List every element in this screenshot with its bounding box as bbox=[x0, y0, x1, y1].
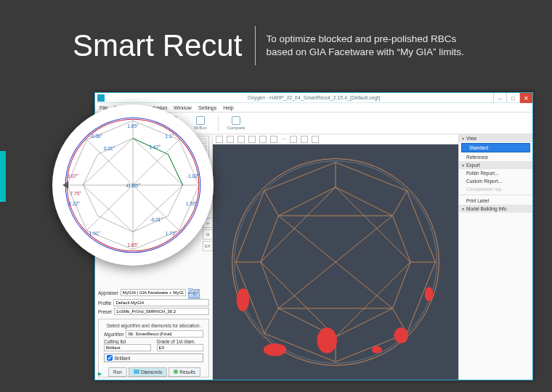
view-group-header[interactable]: View bbox=[459, 134, 532, 142]
diamond-checkbox-label: Brilliant bbox=[115, 356, 130, 361]
profile-field[interactable] bbox=[113, 299, 209, 306]
facet-diagram-overlay: -0.05° 1.65° 1.1° -1.02° 1.55° 1.73° 1.6… bbox=[52, 105, 214, 266]
ctool-6[interactable] bbox=[290, 136, 297, 143]
svg-text:1.65°: 1.65° bbox=[127, 242, 139, 248]
ctool-3[interactable] bbox=[248, 136, 256, 143]
diagram-center-value: -0.05° bbox=[125, 182, 141, 189]
ctool-8[interactable] bbox=[312, 136, 319, 143]
view-item-standard[interactable]: Standard bbox=[461, 143, 530, 152]
svg-text:-0.06°: -0.06° bbox=[90, 134, 103, 139]
export-polish[interactable]: Polish Report... bbox=[459, 169, 532, 177]
svg-text:1.55°: 1.55° bbox=[186, 201, 198, 206]
diamond-checkbox[interactable] bbox=[107, 355, 113, 361]
hero-subtitle: To optimize blocked and pre-polished RBC… bbox=[256, 33, 463, 59]
hero-subtitle-line1: To optimize blocked and pre-polished RBC… bbox=[266, 33, 463, 46]
toolbar-compare[interactable]: Compare bbox=[226, 114, 246, 133]
export-comparative: Comparative rep... bbox=[459, 185, 532, 193]
svg-point-4 bbox=[317, 327, 336, 353]
grade-field[interactable] bbox=[157, 344, 204, 351]
appraiser-row: Appraiser Show Editor bbox=[95, 287, 212, 298]
accent-bar bbox=[0, 151, 6, 202]
model-building-header[interactable]: Model Building Info bbox=[459, 205, 532, 213]
run-icon: ▶ bbox=[98, 371, 107, 377]
ctool-0[interactable] bbox=[216, 136, 223, 143]
tab-run[interactable]: Run bbox=[108, 367, 127, 377]
svg-point-7 bbox=[394, 327, 409, 343]
ctool-7[interactable] bbox=[301, 136, 308, 143]
svg-point-6 bbox=[237, 288, 250, 311]
titlebar: Oxygen - HARP_22_64_SmartRecut_2.15.4_[D… bbox=[95, 93, 532, 103]
app-logo-icon bbox=[97, 94, 105, 102]
algorithm-field[interactable] bbox=[126, 330, 203, 338]
algorithm-label: Algorithm bbox=[104, 332, 123, 337]
ctool-5[interactable] bbox=[270, 136, 277, 143]
print-label[interactable]: Print Label bbox=[459, 197, 532, 205]
show-editor-link[interactable]: Show Editor bbox=[188, 287, 209, 298]
cutting-label: Cutting list bbox=[104, 339, 151, 344]
svg-text:0.01°: 0.01° bbox=[104, 146, 115, 151]
appraiser-field[interactable] bbox=[121, 289, 186, 296]
svg-text:2.22°: 2.22° bbox=[69, 201, 81, 206]
svg-point-8 bbox=[425, 287, 434, 301]
menu-help[interactable]: Help bbox=[223, 105, 233, 110]
compare-icon bbox=[232, 116, 240, 125]
hero: Smart Recut To optimize blocked and pre-… bbox=[73, 26, 537, 65]
export-custom[interactable]: Custom Report... bbox=[459, 177, 532, 185]
profile-label: Profile bbox=[98, 301, 111, 306]
svg-text:1.65°: 1.65° bbox=[127, 123, 139, 128]
export-group-header[interactable]: Export bbox=[459, 161, 532, 169]
window-buttons: – □ ✕ bbox=[493, 93, 532, 103]
ctool-2[interactable] bbox=[238, 136, 245, 143]
ctool-1[interactable] bbox=[227, 136, 234, 143]
allocation-header: Select algorithm and diamonds for alloca… bbox=[101, 322, 206, 330]
ctool-4[interactable] bbox=[259, 136, 267, 143]
grade-label: Grade of 1st diam. bbox=[157, 339, 204, 344]
canvas-toolbar: ⋯ bbox=[213, 134, 458, 144]
diamond-checkbox-row[interactable]: Brilliant bbox=[104, 354, 203, 362]
preset-label: Preset bbox=[98, 309, 112, 314]
wireframe-view bbox=[213, 144, 458, 380]
hero-subtitle-line2: based on GIA Facetware with “My GIA” lim… bbox=[266, 46, 463, 59]
appraiser-label: Appraiser bbox=[98, 290, 118, 295]
maximize-button[interactable]: □ bbox=[506, 93, 519, 103]
view-item-reference[interactable]: Reference bbox=[459, 153, 532, 161]
window-title: Oxygen - HARP_22_64_SmartRecut_2.15.4_[D… bbox=[248, 95, 381, 100]
cutting-field[interactable] bbox=[104, 344, 151, 351]
toolbar-sep2 bbox=[218, 115, 219, 131]
svg-text:7.75°: 7.75° bbox=[70, 191, 82, 196]
svg-text:1.73°: 1.73° bbox=[166, 231, 177, 236]
hero-title: Smart Recut bbox=[73, 28, 255, 63]
tab-diamonds[interactable]: Diamonds bbox=[129, 367, 167, 377]
svg-text:-0.01°: -0.01° bbox=[150, 217, 163, 222]
svg-text:3.07°: 3.07° bbox=[68, 173, 79, 179]
bottom-tabs: ▶ Run Diamonds Results bbox=[95, 367, 212, 377]
close-button[interactable]: ✕ bbox=[519, 93, 532, 103]
minimize-button[interactable]: – bbox=[493, 93, 506, 103]
right-pane: View Standard Reference Export Polish Re… bbox=[458, 134, 532, 380]
svg-point-5 bbox=[264, 343, 286, 356]
canvas-area[interactable]: ⋯ bbox=[213, 134, 458, 380]
diamond-icon bbox=[134, 369, 139, 374]
results-icon bbox=[174, 369, 178, 374]
svg-text:1.1°: 1.1° bbox=[166, 134, 174, 139]
profile-row: Profile bbox=[95, 298, 212, 307]
svg-point-9 bbox=[372, 346, 382, 354]
svg-text:1.91°: 1.91° bbox=[89, 231, 101, 236]
preset-row: Preset bbox=[95, 307, 212, 316]
tab-results[interactable]: Results bbox=[169, 367, 200, 377]
preset-field[interactable] bbox=[114, 308, 209, 315]
svg-text:1.47°: 1.47° bbox=[150, 144, 161, 150]
svg-text:-1.02°: -1.02° bbox=[187, 173, 200, 179]
